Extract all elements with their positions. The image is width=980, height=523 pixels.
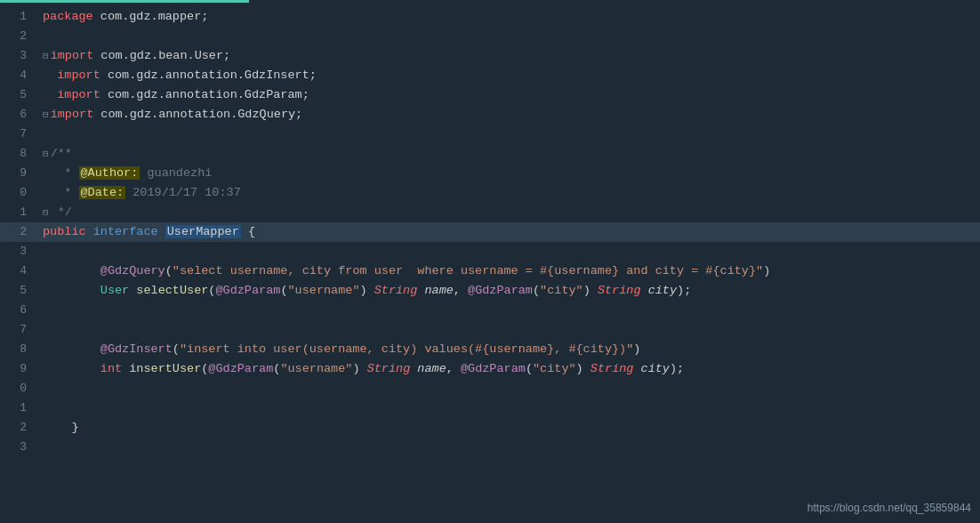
code-line-10: 0 * @Date: 2019/1/17 10:37 bbox=[0, 183, 980, 203]
line-num-10: 0 bbox=[0, 183, 36, 203]
line-num-9: 9 bbox=[0, 164, 36, 183]
code-line-11: 1 ⊟ */ bbox=[0, 203, 980, 222]
line-num-18: 8 bbox=[0, 340, 36, 359]
line-content-15: User selectUser(@GdzParam("username") St… bbox=[36, 281, 980, 301]
code-line-16: 6 bbox=[0, 301, 980, 320]
line-num-14: 4 bbox=[0, 262, 36, 281]
line-content-19: int insertUser(@GdzParam("username") Str… bbox=[36, 359, 980, 379]
code-line-1: 1 package com.gdz.mapper; bbox=[0, 7, 980, 27]
code-line-3: 3 ⊟import com.gdz.bean.User; bbox=[0, 46, 980, 66]
line-content-7 bbox=[36, 125, 980, 144]
line-num-21: 1 bbox=[0, 398, 36, 418]
line-content-14: @GdzQuery("select username, city from us… bbox=[36, 262, 980, 281]
top-bar bbox=[0, 0, 980, 4]
line-content-23 bbox=[36, 438, 980, 457]
line-num-6: 6 bbox=[0, 105, 36, 125]
code-area: 1 package com.gdz.mapper; 2 3 ⊟import co… bbox=[0, 4, 980, 523]
line-num-2: 2 bbox=[0, 27, 36, 46]
line-num-8: 8 bbox=[0, 144, 36, 164]
line-content-16 bbox=[36, 301, 980, 320]
line-content-5: import com.gdz.annotation.GdzParam; bbox=[36, 85, 980, 105]
code-line-18: 8 @GdzInsert("insert into user(username,… bbox=[0, 340, 980, 359]
code-line-4: 4 import com.gdz.annotation.GdzInsert; bbox=[0, 66, 980, 85]
line-num-20: 0 bbox=[0, 379, 36, 398]
line-content-13 bbox=[36, 242, 980, 262]
code-line-9: 9 * @Author: guandezhi bbox=[0, 164, 980, 183]
line-num-16: 6 bbox=[0, 301, 36, 320]
line-content-1: package com.gdz.mapper; bbox=[36, 7, 980, 27]
line-num-13: 3 bbox=[0, 242, 36, 262]
line-content-6: ⊟import com.gdz.annotation.GdzQuery; bbox=[36, 105, 980, 125]
line-content-21 bbox=[36, 398, 980, 418]
code-line-19: 9 int insertUser(@GdzParam("username") S… bbox=[0, 359, 980, 379]
line-content-10: * @Date: 2019/1/17 10:37 bbox=[36, 183, 980, 203]
line-num-22: 2 bbox=[0, 418, 36, 438]
line-content-17 bbox=[36, 320, 980, 340]
code-line-2: 2 bbox=[0, 27, 980, 46]
line-content-20 bbox=[36, 379, 980, 398]
line-num-15: 5 bbox=[0, 281, 36, 301]
code-editor: 1 package com.gdz.mapper; 2 3 ⊟import co… bbox=[0, 0, 980, 523]
code-line-17: 7 bbox=[0, 320, 980, 340]
line-content-18: @GdzInsert("insert into user(username, c… bbox=[36, 340, 980, 359]
code-line-22: 2 } bbox=[0, 418, 980, 438]
code-line-21: 1 bbox=[0, 398, 980, 418]
code-line-7: 7 bbox=[0, 125, 980, 144]
line-num-1: 1 bbox=[0, 7, 36, 27]
line-content-8: ⊟/** bbox=[36, 144, 980, 164]
line-num-3: 3 bbox=[0, 46, 36, 66]
line-content-12: public interface UserMapper { bbox=[36, 222, 980, 242]
code-line-12: 2 public interface UserMapper { bbox=[0, 222, 980, 242]
line-content-2 bbox=[36, 27, 980, 46]
line-content-9: * @Author: guandezhi bbox=[36, 164, 980, 183]
line-num-23: 3 bbox=[0, 438, 36, 457]
line-num-12: 2 bbox=[0, 222, 36, 242]
line-num-7: 7 bbox=[0, 125, 36, 144]
top-indicator bbox=[0, 0, 249, 3]
code-line-5: 5 import com.gdz.annotation.GdzParam; bbox=[0, 85, 980, 105]
code-line-15: 5 User selectUser(@GdzParam("username") … bbox=[0, 281, 980, 301]
code-line-13: 3 bbox=[0, 242, 980, 262]
line-num-4: 4 bbox=[0, 66, 36, 85]
line-content-4: import com.gdz.annotation.GdzInsert; bbox=[36, 66, 980, 85]
code-line-23: 3 bbox=[0, 438, 980, 457]
line-content-22: } bbox=[36, 418, 980, 438]
line-num-11: 1 bbox=[0, 203, 36, 222]
watermark: https://blog.csdn.net/qq_35859844 bbox=[807, 502, 971, 514]
code-line-6: 6 ⊟import com.gdz.annotation.GdzQuery; bbox=[0, 105, 980, 125]
line-num-5: 5 bbox=[0, 85, 36, 105]
code-line-8: 8 ⊟/** bbox=[0, 144, 980, 164]
line-content-3: ⊟import com.gdz.bean.User; bbox=[36, 46, 980, 66]
code-line-14: 4 @GdzQuery("select username, city from … bbox=[0, 262, 980, 281]
code-line-20: 0 bbox=[0, 379, 980, 398]
line-num-19: 9 bbox=[0, 359, 36, 379]
line-num-17: 7 bbox=[0, 320, 36, 340]
line-content-11: ⊟ */ bbox=[36, 203, 980, 222]
